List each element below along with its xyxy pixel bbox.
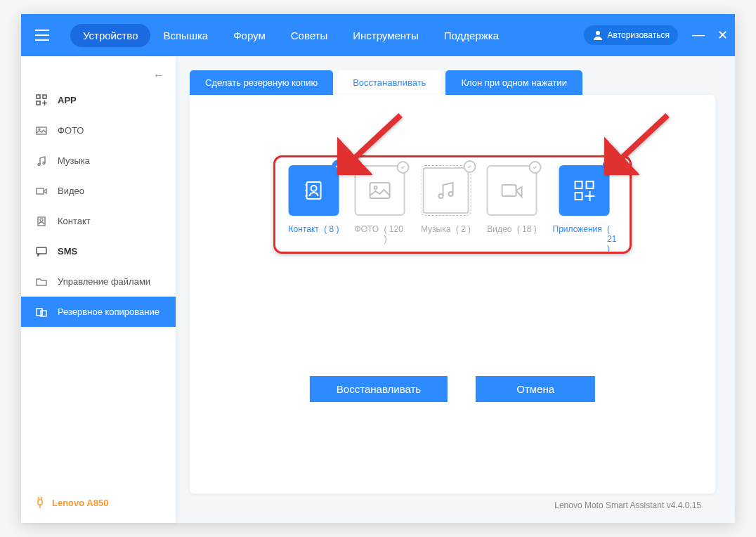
grid-plus-icon [35, 94, 48, 105]
svg-point-15 [40, 219, 43, 221]
cancel-button[interactable]: Отмена [476, 376, 595, 402]
category-cards: Контакт ( 8 ) ФОТО ( 120 ) [289, 165, 617, 254]
device-indicator[interactable]: Lenovo A850 [21, 482, 176, 523]
folder-icon [35, 278, 48, 286]
card-box [559, 165, 610, 216]
unchecked-badge-icon [529, 161, 542, 174]
svg-rect-0 [35, 30, 49, 31]
login-button[interactable]: Авторизоваться [584, 25, 678, 45]
main-content: Сделать резервную копию Восстанавливать … [176, 56, 735, 523]
sidebar-items: APP ФОТО Музыка Видео Контакт [21, 56, 176, 327]
tab-clone[interactable]: Клон при одном нажатии [445, 70, 582, 95]
sidebar-item-video[interactable]: Видео [21, 176, 176, 206]
svg-rect-5 [43, 95, 46, 98]
card-box [355, 165, 405, 216]
topbar: Устройство Вспышка Форум Советы Инструме… [21, 14, 735, 56]
sidebar-item-backup[interactable]: Резервное копирование [21, 297, 176, 327]
window-controls: — ✕ [692, 27, 728, 43]
svg-rect-34 [587, 181, 594, 188]
card-label: Контакт ( 8 ) [289, 224, 339, 234]
nav-tools[interactable]: Инструменты [340, 24, 431, 47]
card-label: Музыка ( 2 ) [421, 224, 471, 234]
svg-rect-35 [575, 193, 582, 200]
tabs: Сделать резервную копию Восстанавливать … [190, 70, 715, 95]
svg-rect-16 [37, 247, 46, 254]
photo-icon [35, 127, 48, 135]
svg-point-11 [38, 163, 40, 165]
nav-support[interactable]: Поддержка [431, 24, 511, 47]
svg-point-30 [439, 194, 443, 198]
svg-rect-6 [37, 101, 40, 105]
nav-flash[interactable]: Вспышка [150, 24, 221, 47]
nav-tips[interactable]: Советы [278, 24, 340, 47]
music-card-icon [436, 181, 456, 200]
svg-point-12 [43, 162, 45, 164]
body: ← APP ФОТО Музыка Видео [21, 56, 735, 523]
sidebar-item-label: Видео [58, 186, 84, 196]
panel: Контакт ( 8 ) ФОТО ( 120 ) [190, 95, 715, 493]
sidebar-item-label: Резервное копирование [58, 306, 159, 317]
card-label: ФОТО ( 120 ) [355, 224, 405, 244]
svg-point-10 [39, 129, 40, 130]
app-window: Устройство Вспышка Форум Советы Инструме… [21, 14, 735, 523]
card-contact[interactable]: Контакт ( 8 ) [289, 165, 339, 254]
unchecked-badge-icon [397, 161, 410, 174]
contact-icon [35, 216, 48, 226]
svg-rect-2 [35, 39, 49, 41]
video-card-icon [501, 182, 523, 199]
sms-icon [35, 247, 48, 257]
card-label: Приложения ( 21 ) [553, 224, 617, 254]
check-badge-icon [603, 160, 615, 172]
card-label: Видео ( 18 ) [487, 224, 536, 234]
action-buttons: Восстанавливать Отмена [310, 376, 595, 402]
sidebar: ← APP ФОТО Музыка Видео [21, 56, 176, 523]
tab-restore[interactable]: Восстанавливать [337, 70, 441, 95]
sidebar-item-music[interactable]: Музыка [21, 145, 176, 176]
sidebar-item-files[interactable]: Управление файлами [21, 266, 176, 297]
svg-rect-1 [35, 34, 49, 36]
plug-icon [35, 496, 45, 509]
sidebar-item-label: Музыка [58, 155, 90, 166]
menu-hamburger-icon[interactable] [28, 30, 56, 41]
check-badge-icon [332, 160, 345, 172]
tab-backup[interactable]: Сделать резервную копию [190, 70, 333, 95]
card-video[interactable]: Видео ( 18 ) [487, 165, 537, 254]
nav-forum[interactable]: Форум [221, 24, 278, 47]
sidebar-item-label: SMS [58, 246, 77, 257]
sidebar-item-label: ФОТО [58, 125, 84, 136]
svg-rect-19 [38, 500, 42, 505]
sidebar-item-label: APP [58, 95, 77, 105]
login-label: Авторизоваться [608, 30, 670, 40]
sidebar-item-app[interactable]: APP [21, 84, 176, 115]
sidebar-back-icon[interactable]: ← [153, 69, 164, 82]
user-icon [592, 30, 604, 41]
card-box [289, 165, 339, 216]
card-photo[interactable]: ФОТО ( 120 ) [355, 165, 405, 254]
svg-rect-32 [502, 185, 516, 196]
minimize-button[interactable]: — [692, 27, 705, 43]
sidebar-item-photo[interactable]: ФОТО [21, 115, 176, 145]
top-nav: Устройство Вспышка Форум Советы Инструме… [70, 24, 511, 47]
sidebar-item-label: Контакт [58, 216, 91, 226]
card-music[interactable]: Музыка ( 2 ) [421, 165, 471, 254]
apps-card-icon [574, 180, 595, 201]
device-name: Lenovo A850 [52, 498, 108, 508]
sidebar-item-contact[interactable]: Контакт [21, 206, 176, 236]
svg-point-3 [596, 31, 600, 35]
contact-card-icon [303, 179, 325, 202]
nav-device[interactable]: Устройство [70, 24, 150, 47]
svg-point-31 [449, 192, 453, 196]
card-apps[interactable]: Приложения ( 21 ) [553, 165, 617, 254]
card-box [487, 165, 537, 216]
footer-version: Lenovo Moto Smart Assistant v4.4.0.15 [190, 493, 715, 516]
restore-button[interactable]: Восстанавливать [310, 376, 448, 402]
sidebar-item-label: Управление файлами [58, 276, 150, 287]
card-box [421, 165, 471, 216]
close-button[interactable]: ✕ [717, 27, 728, 43]
svg-rect-17 [37, 309, 42, 316]
sidebar-item-sms[interactable]: SMS [21, 236, 176, 266]
svg-point-24 [311, 186, 317, 191]
svg-rect-13 [37, 188, 44, 194]
svg-rect-4 [37, 95, 40, 98]
unchecked-badge-icon [464, 160, 476, 173]
